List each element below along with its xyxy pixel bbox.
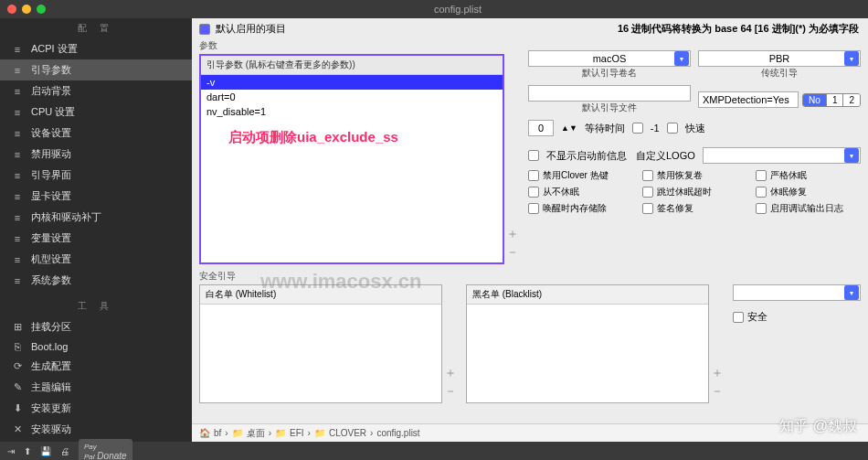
xmp-combo[interactable]: XMPDetection=Yes [698,91,799,108]
list-icon: ≡ [11,149,24,160]
xmp-seg[interactable]: No 1 2 [802,93,861,107]
sidebar-item[interactable]: ≡系统参数 [0,270,192,291]
window-title: config.plist [55,4,861,15]
watermark-red: 启动项删除uia_exclude_ss [228,129,398,146]
list-icon: ≡ [11,212,24,223]
print-icon[interactable]: 🖨 [60,446,69,456]
blacklist-header: 黑名单 (Blacklist) [467,285,708,305]
window-controls [7,5,46,14]
list-icon: ≡ [11,254,24,265]
default-file-field[interactable] [528,85,691,102]
option-checkbox[interactable] [528,170,539,181]
tool-icon: ⎘ [11,341,24,352]
option-checkbox[interactable] [642,187,653,198]
safe-checkbox[interactable] [733,312,744,323]
params-label: 参数 [199,39,519,52]
list-icon: ≡ [11,107,24,118]
wait-time-field[interactable] [528,120,554,136]
sidebar-item[interactable]: ≡机型设置 [0,249,192,270]
option-checkbox[interactable] [756,187,767,198]
add-icon[interactable]: ＋ [711,365,724,381]
param-row[interactable]: nv_disable=1 [201,104,503,119]
zhihu-watermark: 知乎 @魏叔 [779,417,857,436]
os-combo[interactable]: macOS ▾ [528,50,691,67]
sidebar-item[interactable]: ≡引导界面 [0,165,192,186]
whitelist-header: 白名单 (Whitelist) [200,285,441,305]
customlogo-label: 自定义LOGO [636,149,695,163]
remove-icon[interactable]: － [711,383,724,400]
neg1-checkbox[interactable] [632,123,643,134]
sidebar-item[interactable]: ✎主题编辑 [0,377,192,398]
tool-icon: ⬇ [11,402,24,414]
list-icon: ≡ [11,44,24,55]
hex-note: 16 进制代码将转换为 base 64 [16 进制](*) 为必填字段 [618,22,859,36]
list-icon: ≡ [11,275,24,286]
pbr-combo[interactable]: PBR ▾ [698,50,861,67]
sidebar-item[interactable]: ≡启动背景 [0,80,192,102]
donate-button[interactable]: PayPal Donate [79,439,132,460]
sidebar-item[interactable]: ⬇安装更新 [0,398,192,419]
sidebar-item[interactable]: ≡显卡设置 [0,186,192,207]
sidebar-item[interactable]: ≡设备设置 [0,123,192,144]
sidebar-item[interactable]: ⊞挂载分区 [0,316,192,337]
save-icon[interactable]: 💾 [40,446,51,456]
default-file-label: 默认引导文件 [528,102,691,114]
default-enabled-label: 默认启用的项目 [216,22,286,36]
minimize-icon[interactable] [22,5,31,14]
home-icon[interactable]: 🏠 [199,428,210,438]
sidebar: 配 置 ≡ACPI 设置≡引导参数≡启动背景≡CPU 设置≡设备设置≡禁用驱动≡… [0,18,192,442]
sidebar-item[interactable]: ≡CPU 设置 [0,102,192,123]
sidebar-section-tools: 工 具 [0,296,192,316]
safe-label: 安全 [747,310,767,324]
os-sublabel: 默认引导卷名 [528,67,691,80]
close-icon[interactable] [7,5,16,14]
export-icon[interactable]: ⇥ [7,446,15,456]
add-icon[interactable]: ＋ [506,226,519,242]
add-icon[interactable]: ＋ [444,365,457,381]
option-checkbox[interactable] [528,187,539,198]
content-area: 默认启用的项目 16 进制代码将转换为 base 64 [16 进制](*) 为… [192,18,868,442]
fast-checkbox[interactable] [667,123,678,134]
breadcrumb: 🏠bf › 📁桌面 › 📁EFI › 📁CLOVER › config.plis… [192,423,868,442]
tool-icon: ✕ [11,423,24,435]
chevron-down-icon: ▾ [674,51,689,66]
blacklist-box[interactable]: 黑名单 (Blacklist) [466,284,709,403]
tool-icon: ✎ [11,381,24,393]
default-enabled-checkbox[interactable] [199,24,210,35]
sidebar-section-config: 配 置 [0,18,192,38]
sidebar-item[interactable]: ≡变量设置 [0,228,192,249]
list-icon: ≡ [11,191,24,202]
wait-label: 等待时间 [585,122,625,135]
folder-icon: 📁 [232,428,243,438]
check-noinfo[interactable] [528,150,539,161]
option-checkbox[interactable] [642,170,653,181]
option-checkbox[interactable] [528,203,539,214]
import-icon[interactable]: ⬆ [24,446,31,456]
param-row[interactable]: -v [201,75,503,90]
sidebar-item[interactable]: ≡ACPI 设置 [0,38,192,59]
sidebar-item[interactable]: ⎘Boot.log [0,337,192,356]
customlogo-combo[interactable]: ▾ [703,147,861,164]
list-icon: ≡ [11,233,24,244]
secure-combo[interactable]: ▾ [733,284,861,301]
bottom-toolbar: ⇥ ⬆ 💾 🖨 PayPal Donate [0,442,868,460]
option-checkbox[interactable] [642,203,653,214]
option-checkbox[interactable] [756,170,767,181]
param-row[interactable]: dart=0 [201,90,503,104]
remove-icon[interactable]: － [444,383,457,400]
chevron-down-icon: ▾ [844,148,859,163]
whitelist-box[interactable]: 白名单 (Whitelist) [199,284,442,403]
params-header: 引导参数 (鼠标右键查看更多的参数)) [201,56,503,75]
sidebar-item[interactable]: ≡引导参数 [0,59,192,80]
titlebar: config.plist [0,0,868,18]
tool-icon: ⟳ [11,360,24,372]
sidebar-item[interactable]: ⟳生成配置 [0,356,192,377]
sidebar-item[interactable]: ✕安装驱动 [0,419,192,440]
remove-icon[interactable]: － [506,244,519,261]
folder-icon: 📁 [314,428,325,438]
sidebar-item[interactable]: ≡内核和驱动补丁 [0,207,192,228]
sidebar-item[interactable]: ≡禁用驱动 [0,144,192,165]
maximize-icon[interactable] [37,5,46,14]
option-checkbox[interactable] [756,203,767,214]
params-list[interactable]: 引导参数 (鼠标右键查看更多的参数)) -v dart=0 nv_disable… [199,54,504,264]
